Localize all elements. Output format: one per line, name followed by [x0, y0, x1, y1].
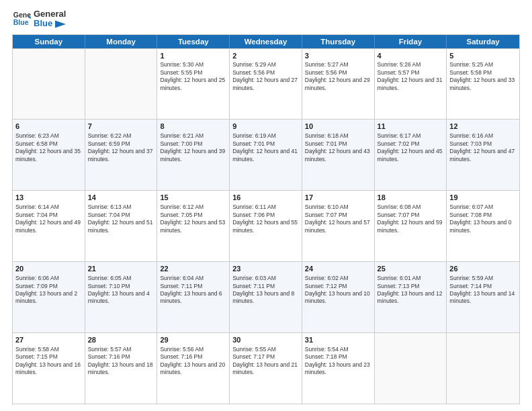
day-number: 26 — [449, 264, 517, 274]
day-number: 5 — [449, 51, 517, 61]
day-cell-8: 8Sunrise: 6:21 AM Sunset: 7:00 PM Daylig… — [157, 120, 230, 190]
day-number: 21 — [88, 264, 154, 274]
day-number: 13 — [15, 193, 82, 203]
day-cell-11: 11Sunrise: 6:17 AM Sunset: 7:02 PM Dayli… — [375, 120, 447, 190]
calendar-row-3: 20Sunrise: 6:06 AM Sunset: 7:09 PM Dayli… — [13, 261, 519, 332]
calendar-row-0: 1Sunrise: 5:30 AM Sunset: 5:55 PM Daylig… — [13, 48, 519, 120]
day-info: Sunrise: 6:03 AM Sunset: 7:11 PM Dayligh… — [232, 275, 299, 306]
header-day-tuesday: Tuesday — [157, 35, 230, 48]
day-cell-27: 27Sunrise: 5:58 AM Sunset: 7:15 PM Dayli… — [13, 333, 85, 404]
header-day-friday: Friday — [375, 35, 447, 48]
header-day-monday: Monday — [85, 35, 158, 48]
day-cell-6: 6Sunrise: 6:23 AM Sunset: 6:58 PM Daylig… — [13, 120, 85, 190]
svg-marker-3 — [55, 20, 66, 28]
day-info: Sunrise: 5:59 AM Sunset: 7:14 PM Dayligh… — [449, 275, 517, 306]
logo-general: General — [34, 9, 66, 19]
day-cell-3: 3Sunrise: 5:27 AM Sunset: 5:56 PM Daylig… — [302, 49, 375, 120]
day-info: Sunrise: 5:56 AM Sunset: 7:16 PM Dayligh… — [160, 346, 226, 377]
day-cell-18: 18Sunrise: 6:08 AM Sunset: 7:07 PM Dayli… — [375, 191, 447, 261]
day-cell-31: 31Sunrise: 5:54 AM Sunset: 7:18 PM Dayli… — [302, 333, 375, 404]
day-info: Sunrise: 6:08 AM Sunset: 7:07 PM Dayligh… — [378, 203, 444, 234]
day-info: Sunrise: 5:30 AM Sunset: 5:55 PM Dayligh… — [160, 61, 226, 92]
day-number: 2 — [232, 51, 299, 61]
calendar-row-1: 6Sunrise: 6:23 AM Sunset: 6:58 PM Daylig… — [13, 119, 519, 190]
empty-cell — [447, 333, 519, 404]
logo-blue: Blue — [34, 19, 66, 28]
day-number: 17 — [305, 193, 371, 203]
day-info: Sunrise: 6:13 AM Sunset: 7:04 PM Dayligh… — [88, 203, 154, 234]
day-info: Sunrise: 6:04 AM Sunset: 7:11 PM Dayligh… — [160, 275, 226, 306]
calendar: SundayMondayTuesdayWednesdayThursdayFrid… — [12, 34, 520, 404]
day-cell-28: 28Sunrise: 5:57 AM Sunset: 7:16 PM Dayli… — [85, 333, 158, 404]
day-cell-4: 4Sunrise: 5:26 AM Sunset: 5:57 PM Daylig… — [375, 49, 447, 120]
day-number: 1 — [160, 51, 226, 61]
day-cell-17: 17Sunrise: 6:10 AM Sunset: 7:07 PM Dayli… — [302, 191, 375, 261]
logo-icon: General Blue — [12, 9, 31, 28]
day-number: 16 — [232, 193, 299, 203]
day-cell-21: 21Sunrise: 6:05 AM Sunset: 7:10 PM Dayli… — [85, 262, 158, 332]
header-day-thursday: Thursday — [302, 35, 375, 48]
day-info: Sunrise: 6:12 AM Sunset: 7:05 PM Dayligh… — [160, 203, 226, 234]
day-number: 9 — [232, 122, 299, 132]
day-number: 20 — [15, 264, 82, 274]
day-cell-2: 2Sunrise: 5:29 AM Sunset: 5:56 PM Daylig… — [230, 49, 302, 120]
day-info: Sunrise: 6:14 AM Sunset: 7:04 PM Dayligh… — [15, 203, 82, 234]
day-cell-12: 12Sunrise: 6:16 AM Sunset: 7:03 PM Dayli… — [447, 120, 519, 190]
calendar-body: 1Sunrise: 5:30 AM Sunset: 5:55 PM Daylig… — [13, 48, 519, 404]
day-number: 18 — [378, 193, 444, 203]
day-info: Sunrise: 5:55 AM Sunset: 7:17 PM Dayligh… — [232, 346, 299, 377]
empty-cell — [13, 49, 85, 120]
day-info: Sunrise: 6:02 AM Sunset: 7:12 PM Dayligh… — [305, 275, 371, 306]
day-cell-29: 29Sunrise: 5:56 AM Sunset: 7:16 PM Dayli… — [157, 333, 230, 404]
day-cell-20: 20Sunrise: 6:06 AM Sunset: 7:09 PM Dayli… — [13, 262, 85, 332]
day-info: Sunrise: 5:25 AM Sunset: 5:58 PM Dayligh… — [449, 61, 517, 92]
day-info: Sunrise: 6:10 AM Sunset: 7:07 PM Dayligh… — [305, 203, 371, 234]
day-number: 6 — [15, 122, 82, 132]
day-number: 31 — [305, 335, 371, 345]
header: General Blue General Blue — [12, 9, 520, 29]
day-info: Sunrise: 6:19 AM Sunset: 7:01 PM Dayligh… — [232, 132, 299, 163]
day-info: Sunrise: 5:58 AM Sunset: 7:15 PM Dayligh… — [15, 346, 82, 377]
day-cell-15: 15Sunrise: 6:12 AM Sunset: 7:05 PM Dayli… — [157, 191, 230, 261]
day-number: 22 — [160, 264, 226, 274]
empty-cell — [85, 49, 158, 120]
header-day-wednesday: Wednesday — [230, 35, 302, 48]
day-number: 10 — [305, 122, 371, 132]
day-info: Sunrise: 5:27 AM Sunset: 5:56 PM Dayligh… — [305, 61, 371, 92]
day-number: 28 — [88, 335, 154, 345]
day-info: Sunrise: 5:57 AM Sunset: 7:16 PM Dayligh… — [88, 346, 154, 377]
day-info: Sunrise: 6:05 AM Sunset: 7:10 PM Dayligh… — [88, 275, 154, 306]
day-number: 14 — [88, 193, 154, 203]
day-info: Sunrise: 6:17 AM Sunset: 7:02 PM Dayligh… — [378, 132, 444, 163]
day-number: 3 — [305, 51, 371, 61]
day-cell-5: 5Sunrise: 5:25 AM Sunset: 5:58 PM Daylig… — [447, 49, 519, 120]
day-cell-10: 10Sunrise: 6:18 AM Sunset: 7:01 PM Dayli… — [302, 120, 375, 190]
logo: General Blue General Blue — [12, 9, 66, 29]
day-cell-16: 16Sunrise: 6:11 AM Sunset: 7:06 PM Dayli… — [230, 191, 302, 261]
day-cell-14: 14Sunrise: 6:13 AM Sunset: 7:04 PM Dayli… — [85, 191, 158, 261]
calendar-row-2: 13Sunrise: 6:14 AM Sunset: 7:04 PM Dayli… — [13, 190, 519, 261]
day-info: Sunrise: 6:23 AM Sunset: 6:58 PM Dayligh… — [15, 132, 82, 163]
day-number: 7 — [88, 122, 154, 132]
day-cell-22: 22Sunrise: 6:04 AM Sunset: 7:11 PM Dayli… — [157, 262, 230, 332]
day-info: Sunrise: 6:11 AM Sunset: 7:06 PM Dayligh… — [232, 203, 299, 234]
calendar-header: SundayMondayTuesdayWednesdayThursdayFrid… — [13, 35, 519, 48]
day-cell-13: 13Sunrise: 6:14 AM Sunset: 7:04 PM Dayli… — [13, 191, 85, 261]
empty-cell — [375, 333, 447, 404]
day-cell-1: 1Sunrise: 5:30 AM Sunset: 5:55 PM Daylig… — [157, 49, 230, 120]
day-info: Sunrise: 5:26 AM Sunset: 5:57 PM Dayligh… — [378, 61, 444, 92]
day-number: 30 — [232, 335, 299, 345]
day-number: 29 — [160, 335, 226, 345]
logo-arrow-icon — [55, 20, 66, 28]
day-cell-19: 19Sunrise: 6:07 AM Sunset: 7:08 PM Dayli… — [447, 191, 519, 261]
svg-text:Blue: Blue — [13, 18, 29, 26]
day-number: 23 — [232, 264, 299, 274]
day-number: 12 — [449, 122, 517, 132]
header-day-saturday: Saturday — [447, 35, 519, 48]
day-info: Sunrise: 5:29 AM Sunset: 5:56 PM Dayligh… — [232, 61, 299, 92]
day-info: Sunrise: 6:01 AM Sunset: 7:13 PM Dayligh… — [378, 275, 444, 306]
header-day-sunday: Sunday — [13, 35, 85, 48]
day-cell-30: 30Sunrise: 5:55 AM Sunset: 7:17 PM Dayli… — [230, 333, 302, 404]
day-cell-9: 9Sunrise: 6:19 AM Sunset: 7:01 PM Daylig… — [230, 120, 302, 190]
day-info: Sunrise: 6:21 AM Sunset: 7:00 PM Dayligh… — [160, 132, 226, 163]
